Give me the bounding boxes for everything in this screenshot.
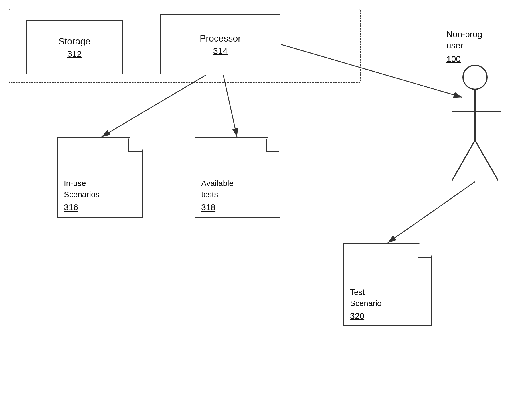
diagram: Storage 312 Processor 314 In-useScenario…	[0, 0, 532, 399]
test-scenario-doc: TestScenario 320	[343, 243, 432, 326]
inuse-scenarios-label: In-useScenarios	[64, 178, 100, 200]
storage-box: Storage 312	[26, 20, 123, 74]
available-tests-doc: Availabletests 318	[195, 137, 280, 218]
test-scenario-label: TestScenario	[350, 287, 382, 309]
svg-line-9	[388, 182, 475, 243]
processor-label: Processor	[200, 33, 241, 44]
svg-line-4	[475, 140, 498, 180]
user-label: Non-proguser 100	[446, 29, 482, 64]
user-ref: 100	[446, 53, 482, 64]
svg-line-6	[102, 75, 206, 137]
user-text: Non-proguser	[446, 29, 482, 50]
svg-line-3	[452, 140, 475, 180]
available-tests-ref: 318	[201, 202, 215, 212]
processor-box: Processor 314	[160, 14, 280, 74]
storage-ref: 312	[67, 49, 82, 59]
inuse-scenarios-ref: 316	[64, 202, 78, 212]
processor-ref: 314	[213, 46, 228, 56]
svg-line-7	[223, 75, 237, 137]
available-tests-label: Availabletests	[201, 178, 234, 200]
test-scenario-ref: 320	[350, 311, 364, 321]
svg-point-0	[463, 65, 487, 89]
storage-label: Storage	[58, 36, 90, 47]
inuse-scenarios-doc: In-useScenarios 316	[57, 137, 143, 218]
